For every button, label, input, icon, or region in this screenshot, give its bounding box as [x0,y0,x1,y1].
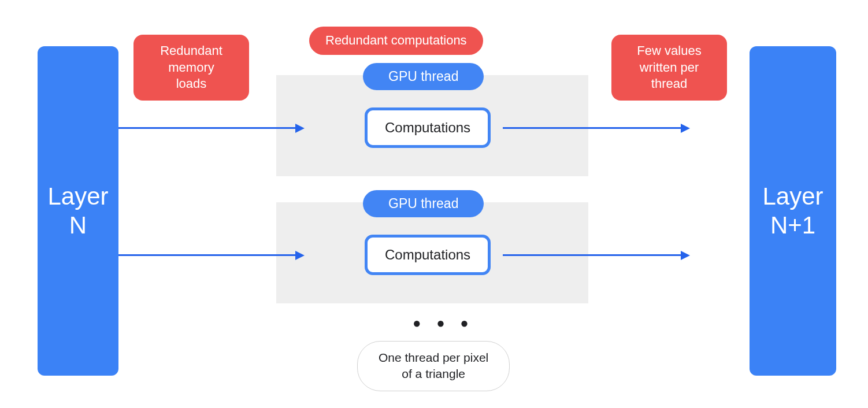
arrow-1-right-head [681,124,690,133]
gpu-thread-label-2: GPU thread [388,196,458,211]
ellipsis-dots: ● ● ● [413,315,474,331]
layer-n-box: Layer N [38,46,118,376]
arrow-1-left [118,127,298,129]
arrow-1-left-head [295,124,305,133]
redundant-memory-text: Redundant memory loads [160,43,222,91]
computations-box-2: Computations [365,235,491,275]
arrow-1-right [503,127,683,129]
gpu-thread-label-1: GPU thread [388,69,458,84]
arrow-2-right-head [681,251,690,260]
layer-n1-box: Layer N+1 [750,46,836,376]
one-thread-text: One thread per pixel of a triangle [379,351,488,380]
gpu-thread-pill-1: GPU thread [363,63,484,90]
redundant-computations-text: Redundant computations [325,33,467,47]
few-values-annotation: Few values written per thread [611,35,727,101]
layer-n1-label: Layer N+1 [762,182,823,240]
arrow-2-right [503,254,683,256]
gpu-thread-pill-2: GPU thread [363,190,484,217]
redundant-memory-annotation: Redundant memory loads [133,35,249,101]
layer-n-label: Layer N [47,182,108,240]
computations-box-1: Computations [365,107,491,148]
computations-label-2: Computations [385,247,470,262]
few-values-text: Few values written per thread [637,43,701,91]
ellipsis-text: ● ● ● [413,315,474,331]
arrow-2-left [118,254,298,256]
redundant-computations-annotation: Redundant computations [309,27,483,55]
arrow-2-left-head [295,251,305,260]
computations-label-1: Computations [385,120,470,135]
one-thread-annotation: One thread per pixel of a triangle [357,341,510,391]
